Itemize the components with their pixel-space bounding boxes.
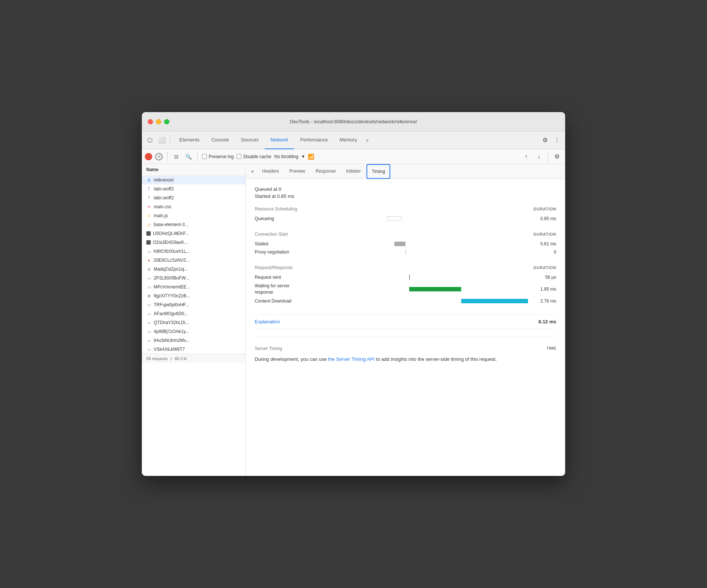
waiting-duration: 1.85 ms [527, 287, 556, 292]
sidebar-item-latin-woff2-2[interactable]: T latin.woff2 [142, 193, 245, 202]
request-sent-bar [409, 275, 410, 280]
server-timing-api-link[interactable]: the Server Timing API [328, 356, 375, 362]
sidebar-item-name: main.js [154, 213, 168, 218]
sidebar-item-name: AFacMOgv6D0... [154, 311, 188, 316]
devtools-toolbar: ⬡ ⬜ Elements Console Sources Network Per… [142, 131, 565, 149]
explanation-link[interactable]: Explanation [255, 319, 280, 324]
sidebar-item-trf[interactable]: ▭ TRFujw0pi0nHF... [142, 300, 245, 309]
proxy-bar-wrapper [335, 249, 521, 255]
close-detail-button[interactable]: × [249, 168, 256, 175]
sidebar-item-name: h90CtfziXluvh1L... [154, 249, 190, 254]
device-icon[interactable]: ⬜ [157, 135, 167, 146]
queueing-duration: 0.85 ms [527, 216, 556, 221]
gray9-file-icon: ▭ [146, 338, 152, 343]
tab-preview[interactable]: Preview [285, 164, 310, 179]
proxy-bar [405, 249, 406, 255]
sidebar-item-4pi[interactable]: ▭ 4pIMBj7zOAk1y... [142, 327, 245, 336]
tab-console[interactable]: Console [205, 131, 235, 149]
sidebar-item-name: base-element-3... [154, 222, 188, 227]
search-icon[interactable]: 🔍 [184, 152, 193, 161]
tab-headers[interactable]: Headers [258, 164, 283, 179]
toolbar-right: ⚙ ⋮ [540, 135, 562, 146]
sidebar-item-20e[interactable]: ● 20E6CLcSzNV2... [142, 256, 245, 265]
server-timing-description: During development, you can use the Serv… [255, 356, 556, 363]
settings-gear-icon[interactable]: ⚙ [540, 135, 550, 146]
sidebar-item-reference[interactable]: ☰ reference/ [142, 176, 245, 184]
sidebar-item-u5o[interactable]: U5OHzQL4tEKF... [142, 229, 245, 238]
minimize-button[interactable] [156, 119, 161, 124]
timing-row-waiting: Waiting for serverresponse 1.85 ms [255, 281, 556, 297]
import-har-icon[interactable]: ↑ [521, 151, 531, 162]
gray-file-icon: ▭ [146, 249, 152, 254]
sidebar-item-9gz[interactable]: ⚙ 9gzXiTYY0nZzB... [142, 291, 245, 300]
sidebar-item-2p2l[interactable]: ▭ 2P2L80XfBoFW... [142, 274, 245, 282]
waiting-bar [409, 287, 461, 291]
js-file-icon: ⊙ [146, 213, 152, 218]
filter-icon[interactable]: ⊟ [172, 152, 181, 161]
sidebar-item-ihv[interactable]: ▭ lHvzbNUlrm2Mv... [142, 336, 245, 345]
server-timing-section: Server Timing TIME During development, y… [255, 346, 556, 363]
img-file-icon-2 [146, 240, 151, 245]
throttle-dropdown-icon[interactable]: ▼ [301, 154, 305, 159]
export-har-icon[interactable]: ↓ [534, 151, 544, 162]
sidebar-item-name: TRFujw0pi0nHF... [154, 302, 189, 307]
request-response-title: Request/Response [255, 265, 293, 270]
request-response-header: Request/Response DURATION [255, 265, 556, 270]
tab-memory[interactable]: Memory [334, 131, 363, 149]
more-options-icon[interactable]: ⋮ [552, 135, 562, 146]
network-toolbar: ⊘ ⊟ 🔍 Preserve log Disable cache No thro… [142, 149, 565, 164]
sidebar-item-vsk[interactable]: ▭ VSk4XiLkW8T7 [142, 345, 245, 354]
sidebar-item-main-js[interactable]: ⊙ main.js [142, 211, 245, 220]
sidebar-item-madq[interactable]: ⊗ MadqZslZpo1sj... [142, 265, 245, 274]
sidebar-item-afac[interactable]: ▭ AFacMOgv6D0... [142, 309, 245, 318]
font-file-icon: T [146, 186, 152, 192]
tab-response[interactable]: Response [311, 164, 340, 179]
waiting-label: Waiting for serverresponse [255, 283, 329, 295]
more-tabs-button[interactable]: » [363, 138, 372, 143]
sidebar-item-mpcv[interactable]: ▭ MPcVmmemtEE... [142, 282, 245, 291]
gray3-file-icon: ▭ [146, 275, 152, 281]
queueing-bar [387, 216, 402, 221]
sidebar-item-name: O2slJEHG9avK... [153, 240, 188, 245]
close-button[interactable] [148, 119, 153, 124]
sidebar-item-o2s[interactable]: O2slJEHG9avK... [142, 238, 245, 247]
network-settings-icon[interactable]: ⚙ [552, 151, 562, 162]
maximize-button[interactable] [164, 119, 169, 124]
disable-cache-checkbox[interactable] [237, 154, 241, 159]
queueing-bar-wrapper [335, 216, 521, 221]
timing-meta: Queued at 0 Started at 0.85 ms [255, 186, 556, 199]
transfer-size: 86.3 kl [175, 356, 186, 361]
cursor-icon[interactable]: ⬡ [145, 135, 155, 146]
toolbar-divider [170, 135, 170, 146]
traffic-lights [148, 119, 169, 124]
clear-button[interactable]: ⊘ [155, 153, 163, 160]
detail-tabs: × Headers Preview Response Initiator Tim… [246, 164, 565, 179]
sidebar-item-base-element[interactable]: ⊙ base-element-3... [142, 220, 245, 229]
tab-initiator[interactable]: Initiator [342, 164, 365, 179]
stalled-duration: 0.61 ms [527, 241, 556, 246]
gray6-file-icon: ▭ [146, 311, 152, 316]
gray7-file-icon: ▭ [146, 320, 152, 325]
connection-start-header: Connection Start DURATION [255, 232, 556, 237]
tab-sources[interactable]: Sources [235, 131, 265, 149]
sidebar-item-h90[interactable]: ▭ h90CtfziXluvh1L... [142, 247, 245, 256]
sidebar-item-main-css[interactable]: ✎ main.css [142, 202, 245, 211]
sidebar: Name ☰ reference/ T latin.woff2 T latin.… [142, 164, 246, 476]
record-button[interactable] [145, 153, 152, 160]
devtools-window: DevTools - localhost:8080/docs/devtools/… [142, 112, 565, 476]
tab-timing[interactable]: Timing [366, 164, 390, 179]
preserve-log-label[interactable]: Preserve log [202, 154, 234, 159]
proxy-label: Proxy negotiation [255, 249, 329, 255]
stalled-bar-wrapper [335, 241, 521, 246]
tab-network[interactable]: Network [265, 131, 294, 149]
preserve-log-checkbox[interactable] [202, 154, 207, 159]
tab-elements[interactable]: Elements [173, 131, 205, 149]
tab-performance[interactable]: Performance [294, 131, 333, 149]
sidebar-item-qtd[interactable]: ▭ QTDnaY32hLDi... [142, 318, 245, 327]
sidebar-item-latin-woff2-1[interactable]: T latin.woff2 [142, 184, 245, 193]
queueing-bar-area [329, 216, 527, 221]
disable-cache-label[interactable]: Disable cache [237, 154, 271, 159]
proxy-duration: 0 [527, 249, 556, 255]
html-file-icon: ☰ [146, 177, 152, 183]
detail-panel: × Headers Preview Response Initiator Tim… [246, 164, 565, 476]
